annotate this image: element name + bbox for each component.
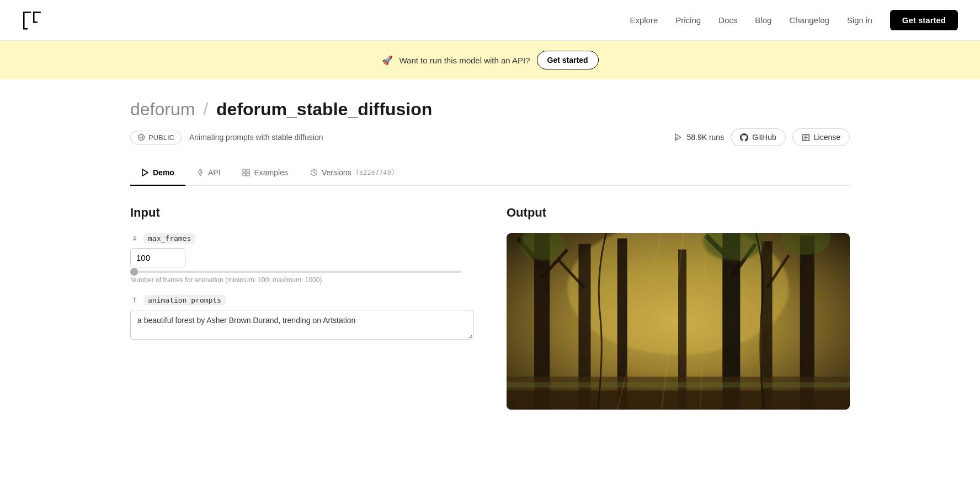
- tabs: Demo API Examples Versions (e22e: [130, 162, 850, 186]
- api-banner: 🚀 Want to run this model with an API? Ge…: [0, 41, 980, 79]
- input-title: Input: [130, 206, 473, 220]
- param-name-frames: max_frames: [143, 233, 195, 244]
- title-separator: /: [198, 99, 213, 119]
- model-description: Animating prompts with stable diffusion: [189, 133, 323, 142]
- runs-count: 58.9K runs: [674, 133, 724, 142]
- nav-docs[interactable]: Docs: [718, 15, 737, 25]
- signin-button[interactable]: Sign in: [847, 15, 872, 25]
- get-started-header-button[interactable]: Get started: [890, 10, 958, 30]
- rocket-icon: [196, 169, 204, 176]
- logo[interactable]: [22, 10, 42, 30]
- svg-rect-4: [33, 12, 35, 23]
- meta-right: 58.9K runs GitHub License: [674, 128, 850, 146]
- model-title: deforum / deforum_stable_diffusion: [130, 99, 850, 120]
- param-label-row-prompts: T animation_prompts: [130, 295, 473, 305]
- output-section: Output: [507, 206, 850, 410]
- play-icon: [141, 169, 149, 176]
- grid-icon: [242, 169, 250, 176]
- meta-row: PUBLIC Animating prompts with stable dif…: [130, 128, 850, 146]
- output-title: Output: [507, 206, 850, 220]
- input-section: Input # max_frames Number of frames for …: [130, 206, 473, 410]
- license-icon: [802, 133, 810, 142]
- svg-rect-2: [23, 28, 28, 30]
- banner-cta-button[interactable]: Get started: [537, 51, 599, 69]
- banner-emoji: 🚀: [382, 55, 393, 66]
- nav-changelog[interactable]: Changelog: [789, 15, 829, 25]
- output-forest-svg: [507, 233, 850, 410]
- model-name: deforum_stable_diffusion: [216, 99, 432, 119]
- tab-versions[interactable]: Versions (e22e7749): [299, 162, 406, 186]
- param-label-row-frames: # max_frames: [130, 233, 473, 244]
- param-max-frames: # max_frames Number of frames for animat…: [130, 233, 473, 284]
- tab-api-label: API: [208, 168, 221, 177]
- svg-rect-12: [247, 169, 249, 172]
- globe-icon: [137, 133, 145, 141]
- param-type-prompts: T: [130, 297, 139, 304]
- history-icon: [310, 169, 318, 176]
- license-button[interactable]: License: [792, 128, 850, 146]
- runs-count-label: 58.9K runs: [686, 133, 724, 142]
- github-label: GitHub: [752, 133, 776, 142]
- meta-left: PUBLIC Animating prompts with stable dif…: [130, 131, 323, 144]
- max-frames-input[interactable]: [131, 249, 185, 267]
- nav-blog[interactable]: Blog: [755, 15, 771, 25]
- nav-pricing[interactable]: Pricing: [675, 15, 701, 25]
- svg-rect-5: [33, 21, 38, 23]
- svg-rect-14: [247, 173, 249, 176]
- svg-rect-13: [243, 173, 246, 176]
- tab-examples[interactable]: Examples: [231, 162, 299, 186]
- svg-rect-36: [507, 382, 850, 388]
- animation-prompts-input[interactable]: a beautiful forest by Asher Brown Durand…: [130, 310, 473, 340]
- frames-slider[interactable]: [130, 271, 461, 273]
- param-animation-prompts: T animation_prompts a beautiful forest b…: [130, 295, 473, 342]
- nav-explore[interactable]: Explore: [630, 15, 658, 25]
- banner-text: Want to run this model with an API?: [400, 56, 530, 65]
- output-image: [507, 233, 850, 410]
- license-label: License: [814, 133, 840, 142]
- frames-input-wrap: [130, 248, 185, 267]
- tab-versions-label: Versions: [322, 168, 351, 177]
- tab-demo-label: Demo: [153, 168, 174, 177]
- runs-icon: [674, 133, 683, 142]
- tab-api[interactable]: API: [185, 162, 232, 186]
- header: Explore Pricing Docs Blog Changelog Sign…: [0, 0, 980, 41]
- param-type-frames: #: [130, 235, 139, 243]
- svg-marker-9: [142, 169, 148, 176]
- svg-rect-11: [243, 169, 246, 172]
- visibility-badge: PUBLIC: [130, 131, 182, 144]
- svg-rect-1: [23, 12, 25, 29]
- main-container: deforum / deforum_stable_diffusion PUBLI…: [104, 79, 876, 410]
- version-tag: (e22e7749): [355, 169, 395, 176]
- svg-rect-35: [507, 390, 850, 410]
- param-name-prompts: animation_prompts: [143, 295, 226, 305]
- logo-icon: [22, 10, 42, 30]
- model-owner[interactable]: deforum: [130, 99, 195, 119]
- tab-examples-label: Examples: [254, 168, 287, 177]
- nav: Explore Pricing Docs Blog Changelog Sign…: [630, 10, 958, 30]
- github-button[interactable]: GitHub: [731, 128, 786, 146]
- frames-slider-row: [130, 271, 473, 273]
- visibility-label: PUBLIC: [148, 133, 174, 142]
- github-icon: [740, 133, 748, 142]
- output-image-wrap: [507, 233, 850, 410]
- frames-hint: Number of frames for animation (minimum:…: [130, 276, 473, 284]
- tab-demo[interactable]: Demo: [130, 162, 185, 186]
- svg-point-10: [200, 171, 201, 173]
- two-col-layout: Input # max_frames Number of frames for …: [130, 206, 850, 410]
